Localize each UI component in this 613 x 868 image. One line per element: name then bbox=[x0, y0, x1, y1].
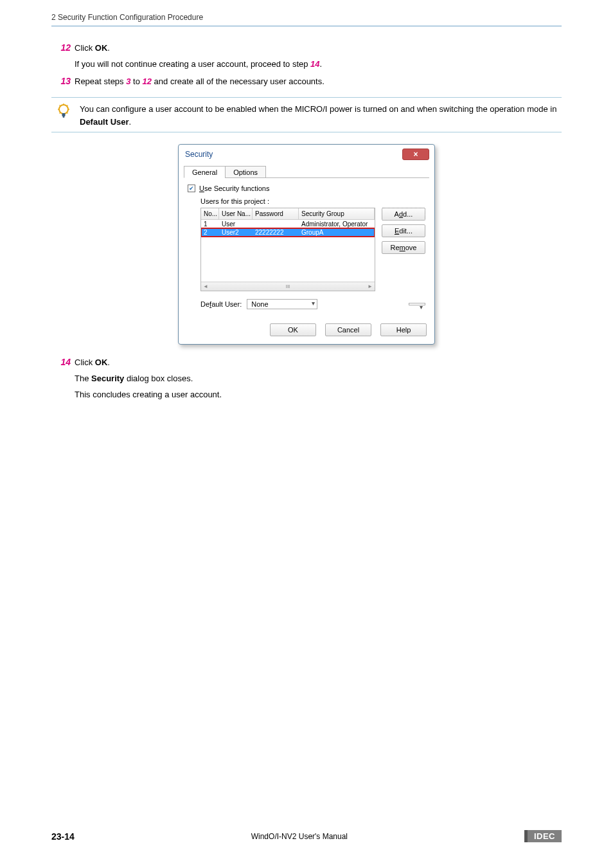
scroll-thumb[interactable]: III bbox=[286, 284, 290, 289]
security-dialog: Security × General Options Use Security … bbox=[178, 144, 435, 345]
tip-text: . bbox=[129, 117, 132, 127]
step-subtext: The bbox=[75, 374, 91, 383]
default-user-select[interactable]: None bbox=[247, 299, 317, 309]
step-number: 14 bbox=[51, 357, 71, 367]
cancel-button[interactable]: Cancel bbox=[325, 323, 371, 336]
edit-button[interactable]: Edit... bbox=[382, 224, 425, 237]
step-13: 13 Repeat steps 3 to 12 and create all o… bbox=[51, 75, 562, 89]
step-number: 13 bbox=[51, 76, 71, 86]
remove-button[interactable]: Remove bbox=[382, 241, 425, 254]
step-text: . bbox=[107, 357, 110, 367]
col-group[interactable]: Security Group bbox=[299, 208, 375, 219]
step-link[interactable]: 12 bbox=[143, 77, 152, 86]
table-row-selected[interactable]: 2 User2 22222222 GroupA bbox=[201, 228, 375, 237]
step-number: 12 bbox=[51, 42, 71, 53]
add-button[interactable]: Add... bbox=[382, 208, 425, 221]
col-pass[interactable]: Password bbox=[253, 208, 299, 219]
tab-options[interactable]: Options bbox=[225, 166, 266, 178]
manual-title: WindO/I-NV2 User's Manual bbox=[251, 832, 348, 841]
step-link[interactable]: 14 bbox=[310, 59, 319, 69]
step-subtext: . bbox=[320, 59, 323, 69]
table-row[interactable]: 1 User Administrator, Operator bbox=[201, 220, 375, 228]
step-text-bold: OK bbox=[95, 357, 108, 367]
users-list[interactable]: No... User Na... Password Security Group… bbox=[200, 208, 375, 291]
aux-select[interactable] bbox=[409, 303, 425, 305]
help-button[interactable]: Help bbox=[380, 323, 427, 336]
use-security-label: Use Security functions bbox=[199, 185, 269, 192]
svg-point-0 bbox=[59, 105, 68, 114]
step-subtext-bold: Security bbox=[91, 374, 124, 383]
step-text-bold: OK bbox=[95, 43, 108, 53]
users-for-project-label: Users for this project : bbox=[200, 197, 425, 205]
use-security-checkbox[interactable] bbox=[188, 185, 195, 192]
close-button[interactable]: × bbox=[402, 149, 429, 160]
lightbulb-icon bbox=[55, 102, 72, 121]
step-text: . bbox=[107, 43, 110, 53]
step-subtext: If you will not continue creating a user… bbox=[75, 59, 310, 69]
col-no[interactable]: No... bbox=[201, 208, 219, 219]
step-12: 12 Click OK. If you will not continue cr… bbox=[51, 42, 562, 71]
step-subtext: This concludes creating a user account. bbox=[75, 388, 222, 402]
brand-badge: IDEC bbox=[524, 830, 562, 842]
step-text: Repeat steps bbox=[75, 77, 126, 86]
list-header: No... User Na... Password Security Group bbox=[201, 208, 375, 220]
tab-general[interactable]: General bbox=[184, 166, 226, 178]
ok-button[interactable]: OK bbox=[270, 323, 316, 336]
scroll-right-icon[interactable]: ► bbox=[368, 284, 373, 289]
tip-box: You can configure a user account to be e… bbox=[51, 97, 562, 132]
step-text: and create all of the necessary user acc… bbox=[152, 77, 324, 86]
tip-text: You can configure a user account to be e… bbox=[80, 104, 556, 114]
col-user[interactable]: User Na... bbox=[219, 208, 253, 219]
step-text: Click bbox=[75, 357, 95, 367]
default-user-label: Default User: bbox=[200, 300, 242, 308]
step-text: Click bbox=[75, 43, 95, 53]
tip-text-bold: Default User bbox=[80, 117, 129, 127]
page-footer: 23-14 WindO/I-NV2 User's Manual IDEC bbox=[0, 824, 613, 868]
step-subtext: dialog box closes. bbox=[124, 374, 193, 383]
horizontal-scrollbar[interactable]: ◄ III ► bbox=[201, 282, 375, 291]
step-14: 14 Click OK. The Security dialog box clo… bbox=[51, 356, 562, 401]
tab-strip: General Options bbox=[184, 165, 429, 178]
step-text: to bbox=[130, 77, 142, 86]
svg-rect-1 bbox=[62, 113, 66, 116]
page-number: 23-14 bbox=[51, 831, 75, 842]
dialog-title: Security bbox=[185, 150, 213, 159]
scroll-left-icon[interactable]: ◄ bbox=[203, 284, 208, 289]
section-header: 2 Security Function Configuration Proced… bbox=[51, 0, 562, 26]
svg-rect-2 bbox=[63, 116, 65, 118]
